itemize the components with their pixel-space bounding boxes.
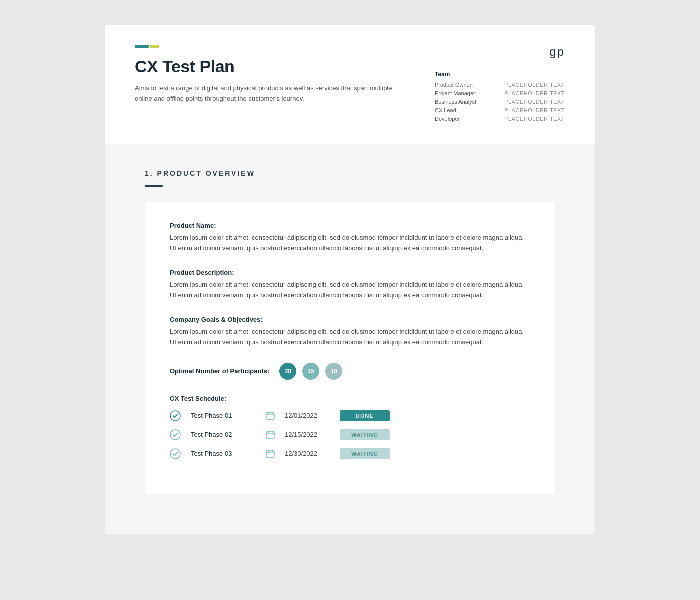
team-row-0: Product Owner: PLACEHOLDER TEXT	[435, 82, 565, 88]
document-subtitle: Aims to test a range of digital and phys…	[135, 84, 395, 104]
calendar-icon-0	[266, 412, 275, 420]
team-row-4: Developer PLACEHOLDER TEXT	[435, 116, 565, 122]
status-badge-1: WAITING	[340, 430, 390, 440]
phase-date-2: 12/30/2022	[285, 450, 330, 458]
calendar-icon-2	[266, 450, 275, 458]
team-label: Team	[435, 71, 565, 78]
participant-bubble-0: 20	[280, 363, 296, 380]
phase-name-0: Test Phase 01	[191, 412, 256, 420]
participants-row: Optimal Number of Participants: 20 15 10	[170, 363, 530, 380]
team-value-3: PLACEHOLDER TEXT	[504, 108, 565, 114]
accent-bar-yellow	[150, 45, 160, 48]
section-title: 1. PRODUCT OVERVIEW	[145, 170, 555, 178]
svg-rect-6	[266, 432, 274, 438]
svg-rect-1	[266, 413, 274, 420]
section-header: 1. PRODUCT OVERVIEW	[145, 170, 555, 187]
team-role-2: Business Analyst	[435, 99, 485, 105]
participant-bubble-1: 15	[302, 363, 320, 380]
participants-label: Optimal Number of Participants:	[170, 368, 270, 375]
calendar-icon-1	[266, 430, 275, 440]
team-row-3: CX Lead: PLACEHOLDER TEXT	[435, 108, 565, 114]
team-value-2: PLACEHOLDER TEXT	[504, 99, 565, 105]
logo: gp	[435, 45, 565, 59]
content-section: 1. PRODUCT OVERVIEW Product Name: Lorem …	[105, 144, 595, 534]
team-value-4: PLACEHOLDER TEXT	[504, 116, 565, 122]
schedule-row-1: Test Phase 02 12/15/2022 WAITING	[170, 430, 530, 440]
participant-value-0: 20	[285, 368, 292, 375]
team-value-0: PLACEHOLDER TEXT	[504, 82, 565, 88]
field-text-1: Lorem ipsum dolor sit amet, consectetur …	[170, 280, 530, 301]
document-title: CX Test Plan	[135, 57, 435, 76]
team-section: Team Product Owner: PLACEHOLDER TEXT Pro…	[435, 71, 565, 122]
team-value-1: PLACEHOLDER TEXT	[504, 90, 565, 96]
accent-bar-teal	[135, 45, 149, 48]
team-row-2: Business Analyst PLACEHOLDER TEXT	[435, 99, 565, 105]
phase-date-0: 12/01/2022	[285, 412, 330, 420]
field-product-name: Product Name: Lorem ipsum dolor sit amet…	[170, 222, 530, 254]
schedule-block: CX Test Schedule: Test Phase 01 12/01/2	[170, 395, 530, 460]
phase-name-1: Test Phase 02	[191, 431, 256, 438]
team-row-1: Project Manager: PLACEHOLDER TEXT	[435, 90, 565, 96]
svg-point-0	[170, 411, 180, 421]
status-badge-0: DONE	[340, 410, 390, 422]
header-left: CX Test Plan Aims to test a range of dig…	[135, 45, 435, 104]
field-text-0: Lorem ipsum dolor sit amet, consectetur …	[170, 232, 530, 254]
phase-date-1: 12/15/2022	[285, 431, 330, 438]
section-divider	[145, 186, 163, 187]
team-role-3: CX Lead:	[435, 108, 485, 114]
svg-rect-11	[266, 451, 274, 458]
header-right: gp Team Product Owner: PLACEHOLDER TEXT …	[435, 45, 565, 124]
header-section: CX Test Plan Aims to test a range of dig…	[105, 25, 595, 144]
content-body: Product Name: Lorem ipsum dolor sit amet…	[145, 202, 555, 494]
schedule-row-0: Test Phase 01 12/01/2022 DONE	[170, 410, 530, 422]
document-wrapper: CX Test Plan Aims to test a range of dig…	[105, 25, 595, 534]
accent-bar	[135, 45, 435, 48]
participant-value-2: 10	[331, 368, 338, 375]
team-role-4: Developer	[435, 116, 485, 122]
field-label-2: Company Goals & Objectives:	[170, 316, 530, 324]
svg-point-5	[170, 430, 180, 440]
field-company-goals: Company Goals & Objectives: Lorem ipsum …	[170, 316, 530, 348]
schedule-label: CX Test Schedule:	[170, 395, 530, 402]
team-role-1: Project Manager:	[435, 90, 485, 96]
field-label-0: Product Name:	[170, 222, 530, 230]
participant-value-1: 15	[308, 368, 314, 375]
schedule-row-2: Test Phase 03 12/30/2022 WAITING	[170, 448, 530, 460]
phase-name-2: Test Phase 03	[191, 450, 256, 458]
team-role-0: Product Owner:	[435, 82, 485, 88]
check-icon-1	[170, 430, 181, 440]
check-icon-0	[170, 410, 181, 422]
field-product-description: Product Description: Lorem ipsum dolor s…	[170, 269, 530, 301]
participant-bubble-2: 10	[326, 363, 342, 380]
status-badge-2: WAITING	[340, 448, 390, 460]
check-icon-2	[170, 448, 181, 460]
field-text-2: Lorem ipsum dolor sit amet, consectetur …	[170, 326, 530, 348]
field-label-1: Product Description:	[170, 269, 530, 276]
svg-point-10	[170, 449, 180, 459]
